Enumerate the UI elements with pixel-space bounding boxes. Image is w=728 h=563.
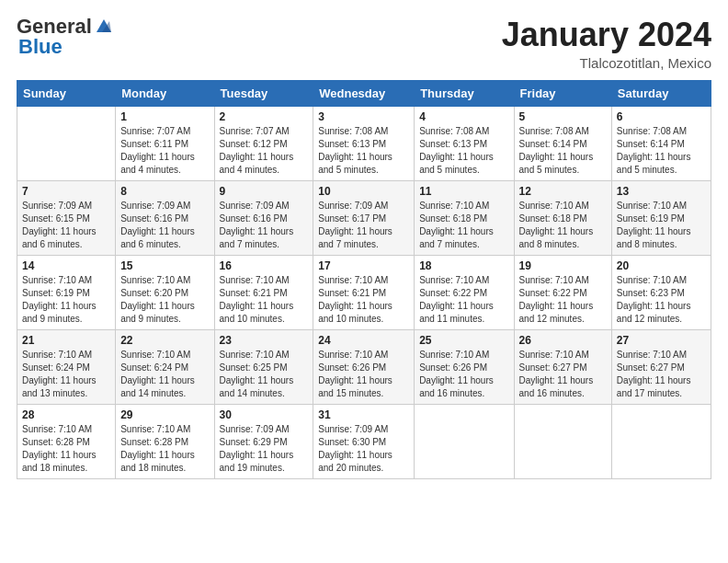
day-detail: Sunrise: 7:08 AM Sunset: 6:13 PM Dayligh…	[419, 126, 494, 175]
day-number: 5	[519, 110, 607, 123]
calendar-cell: 21Sunrise: 7:10 AM Sunset: 6:24 PM Dayli…	[17, 329, 116, 404]
calendar-cell: 3Sunrise: 7:08 AM Sunset: 6:13 PM Daylig…	[313, 106, 415, 180]
calendar-cell: 13Sunrise: 7:10 AM Sunset: 6:19 PM Dayli…	[611, 180, 711, 255]
location-title: Tlalcozotitlan, Mexico	[502, 55, 711, 71]
day-detail: Sunrise: 7:10 AM Sunset: 6:21 PM Dayligh…	[318, 275, 392, 324]
header-day-wednesday: Wednesday	[313, 80, 415, 106]
day-detail: Sunrise: 7:08 AM Sunset: 6:13 PM Dayligh…	[318, 126, 392, 175]
day-number: 9	[220, 185, 309, 198]
header-day-saturday: Saturday	[611, 80, 711, 106]
day-detail: Sunrise: 7:10 AM Sunset: 6:18 PM Dayligh…	[519, 201, 594, 249]
calendar-cell: 16Sunrise: 7:10 AM Sunset: 6:21 PM Dayli…	[214, 255, 313, 329]
calendar-header-row: SundayMondayTuesdayWednesdayThursdayFrid…	[17, 80, 711, 106]
calendar-cell: 29Sunrise: 7:10 AM Sunset: 6:28 PM Dayli…	[116, 404, 214, 478]
day-number: 2	[220, 110, 309, 123]
day-number: 14	[22, 259, 110, 272]
day-number: 25	[419, 334, 508, 347]
calendar-cell: 28Sunrise: 7:10 AM Sunset: 6:28 PM Dayli…	[17, 404, 116, 478]
day-number: 8	[120, 185, 209, 198]
day-number: 18	[419, 259, 508, 272]
calendar-cell: 24Sunrise: 7:10 AM Sunset: 6:26 PM Dayli…	[313, 329, 415, 404]
calendar-cell: 18Sunrise: 7:10 AM Sunset: 6:22 PM Dayli…	[415, 255, 514, 329]
day-number: 3	[318, 110, 409, 123]
calendar-cell: 1Sunrise: 7:07 AM Sunset: 6:11 PM Daylig…	[116, 106, 214, 180]
day-detail: Sunrise: 7:08 AM Sunset: 6:14 PM Dayligh…	[617, 126, 691, 175]
calendar-table: SundayMondayTuesdayWednesdayThursdayFrid…	[17, 80, 711, 479]
day-number: 21	[22, 334, 110, 347]
day-detail: Sunrise: 7:10 AM Sunset: 6:22 PM Dayligh…	[519, 275, 594, 324]
calendar-cell: 31Sunrise: 7:09 AM Sunset: 6:30 PM Dayli…	[313, 404, 415, 478]
day-number: 1	[120, 110, 209, 123]
day-number: 6	[617, 110, 706, 123]
day-number: 26	[519, 334, 607, 347]
day-number: 19	[519, 259, 607, 272]
page: General Blue January 2024 Tlalcozotitlan…	[0, 0, 728, 563]
calendar-cell	[17, 106, 116, 180]
header-day-sunday: Sunday	[17, 80, 116, 106]
calendar-cell: 26Sunrise: 7:10 AM Sunset: 6:27 PM Dayli…	[514, 329, 611, 404]
day-number: 13	[617, 185, 706, 198]
calendar-cell	[415, 404, 514, 478]
calendar-cell: 30Sunrise: 7:09 AM Sunset: 6:29 PM Dayli…	[214, 404, 313, 478]
day-number: 28	[22, 408, 110, 421]
day-number: 17	[318, 259, 409, 272]
calendar-cell: 19Sunrise: 7:10 AM Sunset: 6:22 PM Dayli…	[514, 255, 611, 329]
calendar-cell: 8Sunrise: 7:09 AM Sunset: 6:16 PM Daylig…	[116, 180, 214, 255]
day-detail: Sunrise: 7:10 AM Sunset: 6:25 PM Dayligh…	[220, 350, 294, 398]
header-day-thursday: Thursday	[415, 80, 514, 106]
month-title: January 2024	[502, 17, 711, 53]
day-number: 10	[318, 185, 409, 198]
logo: General Blue	[17, 17, 111, 57]
day-number: 31	[318, 408, 409, 421]
calendar-cell: 9Sunrise: 7:09 AM Sunset: 6:16 PM Daylig…	[214, 180, 313, 255]
header-day-monday: Monday	[116, 80, 214, 106]
day-number: 7	[22, 185, 110, 198]
day-number: 16	[220, 259, 309, 272]
day-number: 4	[419, 110, 508, 123]
day-detail: Sunrise: 7:10 AM Sunset: 6:23 PM Dayligh…	[617, 275, 691, 324]
day-number: 20	[617, 259, 706, 272]
day-detail: Sunrise: 7:10 AM Sunset: 6:28 PM Dayligh…	[22, 424, 97, 473]
week-row-3: 21Sunrise: 7:10 AM Sunset: 6:24 PM Dayli…	[17, 329, 711, 404]
calendar-cell	[514, 404, 611, 478]
calendar-cell	[611, 404, 711, 478]
header-day-friday: Friday	[514, 80, 611, 106]
day-detail: Sunrise: 7:10 AM Sunset: 6:18 PM Dayligh…	[419, 201, 494, 249]
calendar-cell: 15Sunrise: 7:10 AM Sunset: 6:20 PM Dayli…	[116, 255, 214, 329]
day-detail: Sunrise: 7:10 AM Sunset: 6:19 PM Dayligh…	[617, 201, 691, 249]
week-row-4: 28Sunrise: 7:10 AM Sunset: 6:28 PM Dayli…	[17, 404, 711, 478]
week-row-1: 7Sunrise: 7:09 AM Sunset: 6:15 PM Daylig…	[17, 180, 711, 255]
day-number: 15	[120, 259, 209, 272]
day-number: 30	[220, 408, 309, 421]
calendar-cell: 27Sunrise: 7:10 AM Sunset: 6:27 PM Dayli…	[611, 329, 711, 404]
week-row-0: 1Sunrise: 7:07 AM Sunset: 6:11 PM Daylig…	[17, 106, 711, 180]
day-number: 22	[120, 334, 209, 347]
day-detail: Sunrise: 7:09 AM Sunset: 6:17 PM Dayligh…	[318, 201, 392, 249]
day-detail: Sunrise: 7:10 AM Sunset: 6:27 PM Dayligh…	[519, 350, 594, 398]
day-detail: Sunrise: 7:09 AM Sunset: 6:16 PM Dayligh…	[120, 201, 195, 249]
week-row-2: 14Sunrise: 7:10 AM Sunset: 6:19 PM Dayli…	[17, 255, 711, 329]
day-detail: Sunrise: 7:09 AM Sunset: 6:16 PM Dayligh…	[220, 201, 294, 249]
logo-blue: Blue	[18, 37, 63, 57]
calendar-cell: 4Sunrise: 7:08 AM Sunset: 6:13 PM Daylig…	[415, 106, 514, 180]
day-detail: Sunrise: 7:10 AM Sunset: 6:26 PM Dayligh…	[419, 350, 494, 398]
day-detail: Sunrise: 7:10 AM Sunset: 6:19 PM Dayligh…	[22, 275, 97, 324]
day-detail: Sunrise: 7:10 AM Sunset: 6:21 PM Dayligh…	[220, 275, 294, 324]
title-block: January 2024 Tlalcozotitlan, Mexico	[502, 17, 711, 71]
calendar-cell: 25Sunrise: 7:10 AM Sunset: 6:26 PM Dayli…	[415, 329, 514, 404]
calendar-cell: 14Sunrise: 7:10 AM Sunset: 6:19 PM Dayli…	[17, 255, 116, 329]
calendar-cell: 22Sunrise: 7:10 AM Sunset: 6:24 PM Dayli…	[116, 329, 214, 404]
day-detail: Sunrise: 7:09 AM Sunset: 6:30 PM Dayligh…	[318, 424, 392, 473]
day-number: 29	[120, 408, 209, 421]
day-detail: Sunrise: 7:10 AM Sunset: 6:24 PM Dayligh…	[120, 350, 195, 398]
day-number: 27	[617, 334, 706, 347]
logo-icon	[95, 17, 111, 34]
calendar-cell: 6Sunrise: 7:08 AM Sunset: 6:14 PM Daylig…	[611, 106, 711, 180]
day-detail: Sunrise: 7:10 AM Sunset: 6:22 PM Dayligh…	[419, 275, 494, 324]
day-detail: Sunrise: 7:10 AM Sunset: 6:26 PM Dayligh…	[318, 350, 392, 398]
calendar-cell: 17Sunrise: 7:10 AM Sunset: 6:21 PM Dayli…	[313, 255, 415, 329]
day-detail: Sunrise: 7:08 AM Sunset: 6:14 PM Dayligh…	[519, 126, 594, 175]
day-detail: Sunrise: 7:09 AM Sunset: 6:15 PM Dayligh…	[22, 201, 97, 249]
day-detail: Sunrise: 7:07 AM Sunset: 6:11 PM Dayligh…	[120, 126, 195, 175]
day-number: 23	[220, 334, 309, 347]
